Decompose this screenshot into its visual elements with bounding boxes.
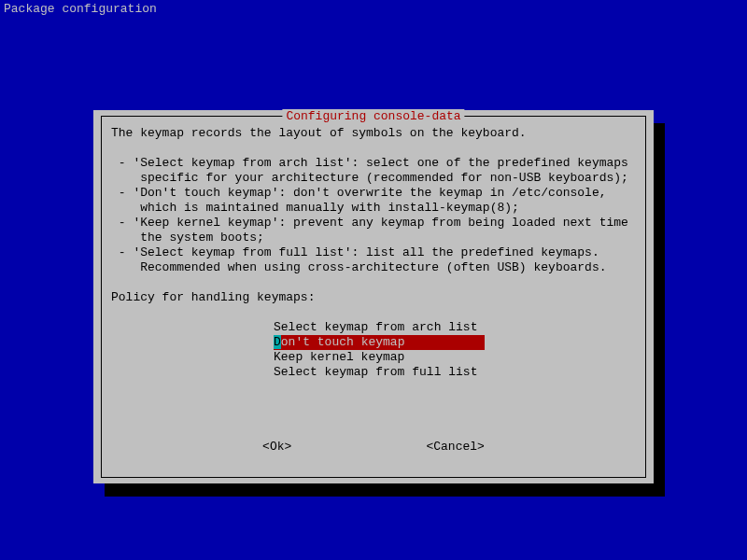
dialog-body: The keymap records the layout of symbols… [111,126,636,305]
intro-text: The keymap records the layout of symbols… [111,126,527,140]
bullet-0: - 'Select keymap from arch list': select… [111,156,628,185]
option-full-list[interactable]: Select keymap from full list [274,365,485,380]
bullet-1: - 'Don't touch keymap': don't overwrite … [111,186,607,215]
prompt-text: Policy for handling keymaps: [111,290,315,304]
option-arch-list[interactable]: Select keymap from arch list [274,320,485,335]
option-dont-touch[interactable]: Don't touch keymap [274,335,485,350]
bullet-3: - 'Select keymap from full list': list a… [111,245,607,274]
option-keep-kernel[interactable]: Keep kernel keymap [274,350,485,365]
ok-button[interactable]: <Ok> [262,440,291,455]
dialog-border: Configuring console-data The keymap reco… [101,116,646,478]
screen-title: Package configuration [4,2,157,17]
cancel-button[interactable]: <Cancel> [426,440,484,455]
cursor-char: D [274,335,281,349]
option-dont-touch-rest: on't touch keymap [281,335,485,349]
options-menu: Select keymap from arch list Don't touch… [274,320,485,380]
dialog-title: Configuring console-data [282,109,464,124]
config-dialog: Configuring console-data The keymap reco… [93,110,654,483]
button-row: <Ok> <Cancel> [102,440,645,455]
bullet-2: - 'Keep kernel keymap': prevent any keym… [111,216,628,245]
